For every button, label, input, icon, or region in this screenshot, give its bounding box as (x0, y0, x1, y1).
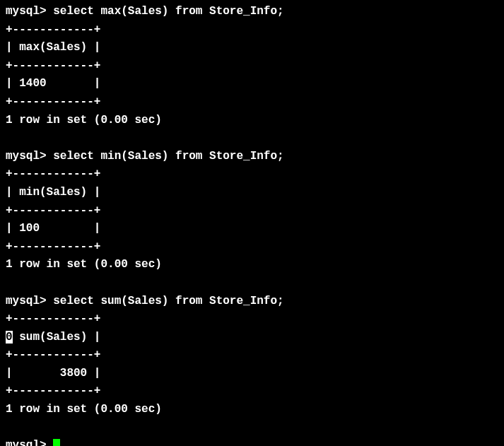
prompt: mysql> (6, 5, 53, 18)
prompt-line[interactable]: mysql> (6, 437, 498, 446)
query-line: mysql> select min(Sales) from Store_Info… (6, 148, 498, 166)
highlight-artifact: 0 (6, 331, 13, 344)
table-border: +------------+ (6, 93, 498, 112)
table-header: 0 sum(Sales) | (6, 329, 498, 347)
blank-line (6, 419, 498, 438)
prompt: mysql> (6, 295, 53, 307)
sql-command: select min(Sales) from Store_Info; (53, 150, 283, 163)
table-border: +------------+ (6, 310, 498, 329)
table-border: +------------+ (6, 165, 498, 184)
table-header: | max(Sales) | (6, 39, 498, 57)
table-row: | 1400 | (6, 75, 498, 93)
blank-line (6, 274, 498, 293)
table-border: +------------+ (6, 57, 498, 76)
table-row: | 3800 | (6, 365, 498, 383)
prompt: mysql> (6, 439, 53, 446)
result-footer: 1 row in set (0.00 sec) (6, 112, 498, 130)
table-border: +------------+ (6, 202, 498, 221)
blank-line (6, 129, 498, 148)
query-line: mysql> select sum(Sales) from Store_Info… (6, 293, 498, 311)
query-line: mysql> select max(Sales) from Store_Info… (6, 3, 498, 21)
table-border: +------------+ (6, 21, 498, 40)
table-border: +------------+ (6, 238, 498, 257)
sql-command: select sum(Sales) from Store_Info; (53, 295, 283, 307)
cursor-icon (53, 439, 60, 446)
table-border: +------------+ (6, 382, 498, 401)
table-row: | 100 | (6, 220, 498, 238)
result-footer: 1 row in set (0.00 sec) (6, 256, 498, 274)
prompt: mysql> (6, 150, 53, 163)
terminal-output: mysql> select max(Sales) from Store_Info… (6, 3, 498, 446)
result-footer: 1 row in set (0.00 sec) (6, 401, 498, 419)
table-border: +------------+ (6, 346, 498, 365)
table-header: | min(Sales) | (6, 184, 498, 202)
sql-command: select max(Sales) from Store_Info; (53, 5, 283, 18)
